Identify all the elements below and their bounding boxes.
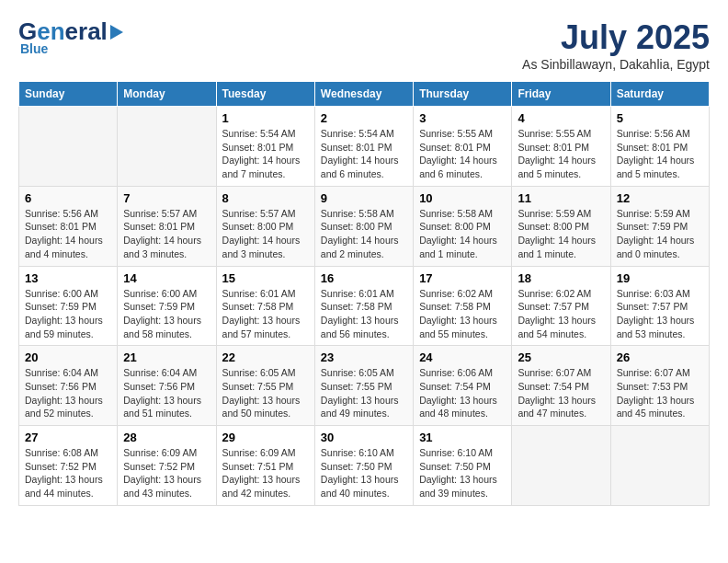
day-info: Sunrise: 6:10 AM Sunset: 7:50 PM Dayligh… [419, 446, 506, 500]
calendar-cell: 27Sunrise: 6:08 AM Sunset: 7:52 PM Dayli… [19, 426, 118, 506]
logo: G en eral Blue [18, 18, 123, 56]
day-info: Sunrise: 6:10 AM Sunset: 7:50 PM Dayligh… [321, 446, 407, 500]
day-number: 20 [25, 350, 111, 364]
calendar-cell: 28Sunrise: 6:09 AM Sunset: 7:52 PM Dayli… [118, 426, 216, 506]
day-info: Sunrise: 6:06 AM Sunset: 7:54 PM Dayligh… [419, 366, 506, 420]
day-info: Sunrise: 6:00 AM Sunset: 7:59 PM Dayligh… [123, 287, 210, 341]
weekday-header-thursday: Thursday [414, 82, 512, 107]
day-info: Sunrise: 6:03 AM Sunset: 7:57 PM Dayligh… [617, 287, 703, 341]
day-info: Sunrise: 6:02 AM Sunset: 7:57 PM Dayligh… [518, 287, 604, 341]
day-info: Sunrise: 6:01 AM Sunset: 7:58 PM Dayligh… [321, 287, 407, 341]
day-number: 1 [222, 111, 309, 125]
weekday-header-monday: Monday [118, 82, 216, 107]
weekday-header-wednesday: Wednesday [314, 82, 413, 107]
day-info: Sunrise: 6:00 AM Sunset: 7:59 PM Dayligh… [25, 287, 111, 341]
day-info: Sunrise: 5:57 AM Sunset: 8:01 PM Dayligh… [123, 207, 210, 261]
day-info: Sunrise: 5:57 AM Sunset: 8:00 PM Dayligh… [222, 207, 309, 261]
day-number: 22 [222, 350, 309, 364]
day-number: 18 [518, 271, 604, 285]
day-number: 24 [419, 350, 506, 364]
calendar-cell: 1Sunrise: 5:54 AM Sunset: 8:01 PM Daylig… [216, 107, 314, 187]
calendar-cell: 15Sunrise: 6:01 AM Sunset: 7:58 PM Dayli… [216, 266, 314, 346]
calendar-cell: 30Sunrise: 6:10 AM Sunset: 7:50 PM Dayli… [314, 426, 413, 506]
calendar-cell [19, 107, 118, 187]
page-header: G en eral Blue July 2025 As Sinbillawayn… [18, 18, 710, 72]
calendar-cell [512, 426, 610, 506]
day-info: Sunrise: 5:55 AM Sunset: 8:01 PM Dayligh… [419, 127, 506, 181]
day-number: 21 [123, 350, 210, 364]
calendar-cell: 18Sunrise: 6:02 AM Sunset: 7:57 PM Dayli… [512, 266, 610, 346]
day-info: Sunrise: 5:54 AM Sunset: 8:01 PM Dayligh… [321, 127, 407, 181]
day-number: 5 [617, 111, 703, 125]
calendar-cell: 8Sunrise: 5:57 AM Sunset: 8:00 PM Daylig… [216, 186, 314, 266]
calendar-cell: 4Sunrise: 5:55 AM Sunset: 8:01 PM Daylig… [512, 107, 610, 187]
month-title: July 2025 [522, 18, 710, 57]
day-number: 26 [617, 350, 703, 364]
day-number: 4 [518, 111, 604, 125]
calendar-cell: 9Sunrise: 5:58 AM Sunset: 8:00 PM Daylig… [314, 186, 413, 266]
day-info: Sunrise: 5:54 AM Sunset: 8:01 PM Dayligh… [222, 127, 309, 181]
day-number: 28 [123, 431, 210, 444]
calendar-cell: 31Sunrise: 6:10 AM Sunset: 7:50 PM Dayli… [414, 426, 512, 506]
day-number: 11 [518, 191, 604, 205]
day-number: 7 [123, 191, 210, 205]
day-number: 31 [419, 431, 506, 444]
calendar-cell: 6Sunrise: 5:56 AM Sunset: 8:01 PM Daylig… [19, 186, 118, 266]
location: As Sinbillawayn, Dakahlia, Egypt [522, 57, 710, 72]
calendar-cell: 3Sunrise: 5:55 AM Sunset: 8:01 PM Daylig… [414, 107, 512, 187]
day-info: Sunrise: 6:07 AM Sunset: 7:53 PM Dayligh… [617, 366, 703, 420]
day-number: 14 [123, 271, 210, 285]
day-number: 17 [419, 271, 506, 285]
title-block: July 2025 As Sinbillawayn, Dakahlia, Egy… [522, 18, 710, 72]
day-number: 16 [321, 271, 407, 285]
logo-general-eral: eral [65, 18, 108, 45]
day-info: Sunrise: 6:04 AM Sunset: 7:56 PM Dayligh… [25, 366, 111, 420]
day-info: Sunrise: 6:02 AM Sunset: 7:58 PM Dayligh… [419, 287, 506, 341]
day-number: 27 [25, 431, 111, 444]
calendar-cell: 26Sunrise: 6:07 AM Sunset: 7:53 PM Dayli… [610, 346, 709, 426]
day-info: Sunrise: 6:09 AM Sunset: 7:52 PM Dayligh… [123, 446, 210, 500]
day-number: 2 [321, 111, 407, 125]
day-number: 6 [25, 191, 111, 205]
calendar-cell: 12Sunrise: 5:59 AM Sunset: 7:59 PM Dayli… [610, 186, 709, 266]
weekday-header-friday: Friday [512, 82, 610, 107]
calendar-cell: 21Sunrise: 6:04 AM Sunset: 7:56 PM Dayli… [118, 346, 216, 426]
day-info: Sunrise: 5:56 AM Sunset: 8:01 PM Dayligh… [617, 127, 703, 181]
calendar-cell: 20Sunrise: 6:04 AM Sunset: 7:56 PM Dayli… [19, 346, 118, 426]
calendar-cell: 7Sunrise: 5:57 AM Sunset: 8:01 PM Daylig… [118, 186, 216, 266]
day-info: Sunrise: 6:09 AM Sunset: 7:51 PM Dayligh… [222, 446, 309, 500]
weekday-header-tuesday: Tuesday [216, 82, 314, 107]
day-info: Sunrise: 6:05 AM Sunset: 7:55 PM Dayligh… [321, 366, 407, 420]
day-number: 9 [321, 191, 407, 205]
day-number: 19 [617, 271, 703, 285]
day-info: Sunrise: 6:01 AM Sunset: 7:58 PM Dayligh… [222, 287, 309, 341]
calendar-cell: 17Sunrise: 6:02 AM Sunset: 7:58 PM Dayli… [414, 266, 512, 346]
day-number: 25 [518, 350, 604, 364]
day-info: Sunrise: 6:04 AM Sunset: 7:56 PM Dayligh… [123, 366, 210, 420]
calendar-cell: 16Sunrise: 6:01 AM Sunset: 7:58 PM Dayli… [314, 266, 413, 346]
day-info: Sunrise: 5:59 AM Sunset: 7:59 PM Dayligh… [617, 207, 703, 261]
day-info: Sunrise: 6:07 AM Sunset: 7:54 PM Dayligh… [518, 366, 604, 420]
calendar-cell: 13Sunrise: 6:00 AM Sunset: 7:59 PM Dayli… [19, 266, 118, 346]
calendar-cell: 5Sunrise: 5:56 AM Sunset: 8:01 PM Daylig… [610, 107, 709, 187]
calendar-table: SundayMondayTuesdayWednesdayThursdayFrid… [18, 81, 710, 506]
calendar-cell: 10Sunrise: 5:58 AM Sunset: 8:00 PM Dayli… [414, 186, 512, 266]
calendar-cell: 29Sunrise: 6:09 AM Sunset: 7:51 PM Dayli… [216, 426, 314, 506]
calendar-cell: 2Sunrise: 5:54 AM Sunset: 8:01 PM Daylig… [314, 107, 413, 187]
day-number: 13 [25, 271, 111, 285]
logo-arrow-icon [110, 25, 123, 40]
day-number: 29 [222, 431, 309, 444]
day-info: Sunrise: 5:58 AM Sunset: 8:00 PM Dayligh… [321, 207, 407, 261]
calendar-cell [610, 426, 709, 506]
calendar-cell: 14Sunrise: 6:00 AM Sunset: 7:59 PM Dayli… [118, 266, 216, 346]
calendar-cell: 23Sunrise: 6:05 AM Sunset: 7:55 PM Dayli… [314, 346, 413, 426]
day-info: Sunrise: 6:08 AM Sunset: 7:52 PM Dayligh… [25, 446, 111, 500]
day-number: 12 [617, 191, 703, 205]
day-number: 3 [419, 111, 506, 125]
weekday-header-saturday: Saturday [610, 82, 709, 107]
calendar-cell: 24Sunrise: 6:06 AM Sunset: 7:54 PM Dayli… [414, 346, 512, 426]
calendar-cell: 19Sunrise: 6:03 AM Sunset: 7:57 PM Dayli… [610, 266, 709, 346]
day-number: 23 [321, 350, 407, 364]
day-number: 15 [222, 271, 309, 285]
calendar-cell [118, 107, 216, 187]
